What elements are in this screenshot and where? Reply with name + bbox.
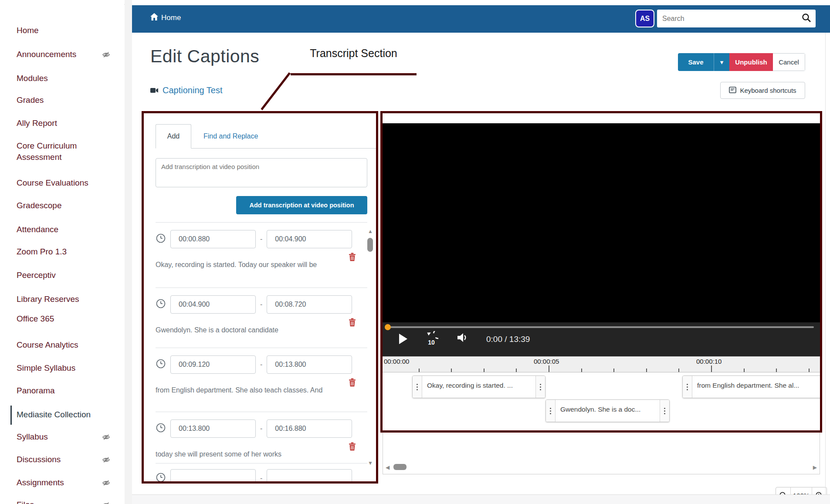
timeline-ruler[interactable]: 00:00:00 00:00:05 00:00:10 <box>383 356 820 372</box>
avatar[interactable]: AS <box>635 10 654 27</box>
timeline-caption-bubble[interactable]: from English department. She al... <box>682 375 822 398</box>
tab-find-and-replace[interactable]: Find and Replace <box>191 124 270 148</box>
caption-end-input[interactable] <box>267 295 352 314</box>
caption-start-input[interactable] <box>170 355 256 374</box>
keyboard-shortcuts-button[interactable]: Keyboard shortcuts <box>720 82 805 99</box>
bubble-right-drag-handle[interactable] <box>535 376 545 398</box>
video-progress-track[interactable] <box>389 326 814 328</box>
sidebar-item-modules[interactable]: Modules <box>17 73 119 84</box>
sidebar-item-label: Syllabus <box>17 432 48 441</box>
timeline-tick <box>776 369 777 372</box>
caption-start-input[interactable] <box>170 230 256 248</box>
caption-times: - <box>156 295 360 314</box>
trash-icon[interactable] <box>349 378 356 389</box>
cancel-label: Cancel <box>779 58 799 66</box>
caption-text: from English department. She also teach … <box>156 384 326 396</box>
sidebar-item-gradescope[interactable]: Gradescope <box>17 200 119 211</box>
rewind-10-icon[interactable]: 10 <box>424 331 438 348</box>
sidebar-item-course-evaluations[interactable]: Course Evaluations <box>17 177 119 189</box>
transcript-annotation-pointer <box>261 72 291 110</box>
search-input[interactable] <box>657 15 802 23</box>
timeline-tick <box>744 369 745 372</box>
add-transcription-button[interactable]: Add transcription at video position <box>236 196 367 214</box>
unpublish-button[interactable]: Unpublish <box>729 53 773 71</box>
scrollbar-thumb[interactable] <box>393 464 407 470</box>
caption-end-input[interactable] <box>267 419 352 438</box>
sidebar-item-mediasite-collection[interactable]: Mediasite Collection <box>17 409 119 420</box>
sidebar-item-panorama[interactable]: Panorama <box>17 385 119 396</box>
bubble-left-drag-handle[interactable] <box>683 376 692 398</box>
save-label: Save <box>688 58 703 66</box>
sidebar-item-zoom-pro[interactable]: Zoom Pro 1.3 <box>17 246 119 257</box>
drag-dots-icon <box>550 408 551 409</box>
caption-end-input[interactable] <box>267 355 352 374</box>
video-camera-icon <box>150 85 159 95</box>
scroll-left-arrow[interactable]: ◀ <box>386 464 390 470</box>
timeline-caption-bubble[interactable]: Okay, recording is started. ... <box>412 375 545 398</box>
hidden-eye-icon <box>102 478 110 490</box>
sidebar-item-files[interactable]: Files <box>17 499 119 504</box>
caption-start-input[interactable] <box>170 419 256 438</box>
play-icon[interactable] <box>399 334 407 344</box>
video-screen[interactable] <box>383 123 820 322</box>
trash-icon[interactable] <box>349 318 356 328</box>
sidebar-item-home[interactable]: Home <box>17 25 119 36</box>
timeline-tick <box>451 369 452 372</box>
sidebar-item-attendance[interactable]: Attendance <box>17 224 119 235</box>
sidebar-item-label: Zoom Pro 1.3 <box>17 247 67 256</box>
save-button[interactable]: Save <box>678 53 714 71</box>
unpublish-label: Unpublish <box>735 58 767 66</box>
time-range-dash: - <box>260 301 262 308</box>
scroll-up-arrow[interactable]: ▲ <box>368 228 373 234</box>
caption-text: Okay, recording is started. Today our sp… <box>156 259 326 271</box>
scroll-down-arrow[interactable]: ▼ <box>368 460 373 466</box>
sidebar-item-label: Grades <box>17 95 44 105</box>
trash-icon[interactable] <box>349 442 356 453</box>
sidebar-item-office-365[interactable]: Office 365 <box>17 313 119 325</box>
sidebar-item-ally-report[interactable]: Ally Report <box>17 118 119 129</box>
chevron-down-icon: ▾ <box>720 58 724 66</box>
search-icon[interactable] <box>802 13 811 24</box>
sidebar-item-core-curriculum-assessment[interactable]: Core Curriculum Assessment <box>17 140 108 163</box>
caption-end-input[interactable] <box>267 230 352 248</box>
breadcrumb[interactable]: Home <box>150 13 181 23</box>
transcript-tabs: Add Find and Replace <box>156 124 376 149</box>
caption-row: - today she will present some of her wor… <box>156 419 360 438</box>
sidebar-item-label: Files <box>17 500 34 504</box>
save-options-dropdown[interactable]: ▾ <box>714 53 729 71</box>
tab-add-label: Add <box>167 132 180 140</box>
sidebar-item-course-analytics[interactable]: Course Analytics <box>17 339 119 351</box>
timeline-tick <box>809 369 810 372</box>
timeline-horizontal-scrollbar: ◀ ▶ <box>385 463 818 472</box>
tab-add[interactable]: Add <box>156 124 191 149</box>
drag-dots-icon <box>540 384 541 385</box>
scroll-right-arrow[interactable]: ▶ <box>813 464 817 470</box>
timeline-caption-bubble[interactable]: Gwendolyn. She is a doc... <box>545 399 670 422</box>
caption-end-input[interactable] <box>267 469 352 484</box>
sidebar-item-peerceptiv[interactable]: Peerceptiv <box>17 270 119 281</box>
bubble-right-drag-handle[interactable] <box>660 400 669 422</box>
sidebar-item-library-reserves[interactable]: Library Reserves <box>17 294 119 305</box>
caption-times: - <box>156 419 360 438</box>
bubble-left-drag-handle[interactable] <box>413 376 422 398</box>
caption-row: - Gwendolyn. She is a doctoral candidate <box>156 295 360 314</box>
time-range-dash: - <box>260 425 262 433</box>
sidebar-item-announcements[interactable]: Announcements <box>17 49 119 60</box>
trash-icon[interactable] <box>349 253 356 263</box>
sidebar-item-discussions[interactable]: Discussions <box>17 454 119 465</box>
bubble-left-drag-handle[interactable] <box>546 400 556 422</box>
sidebar-item-assignments[interactable]: Assignments <box>17 477 119 488</box>
media-title-link[interactable]: Captioning Test <box>150 85 223 95</box>
cancel-button[interactable]: Cancel <box>773 53 805 71</box>
course-nav-sidebar: Home Announcements Modules Grades Ally R… <box>0 0 124 504</box>
caption-start-input[interactable] <box>170 295 256 314</box>
scrollbar-thumb[interactable] <box>367 238 373 252</box>
time-range-dash: - <box>260 361 262 369</box>
video-progress-handle[interactable] <box>385 324 391 330</box>
sidebar-item-grades[interactable]: Grades <box>17 95 119 106</box>
sidebar-item-simple-syllabus[interactable]: Simple Syllabus <box>17 362 119 374</box>
caption-start-input[interactable] <box>170 469 256 484</box>
volume-icon[interactable] <box>457 332 470 345</box>
add-transcription-textarea[interactable] <box>156 158 367 187</box>
sidebar-item-syllabus[interactable]: Syllabus <box>17 431 119 443</box>
